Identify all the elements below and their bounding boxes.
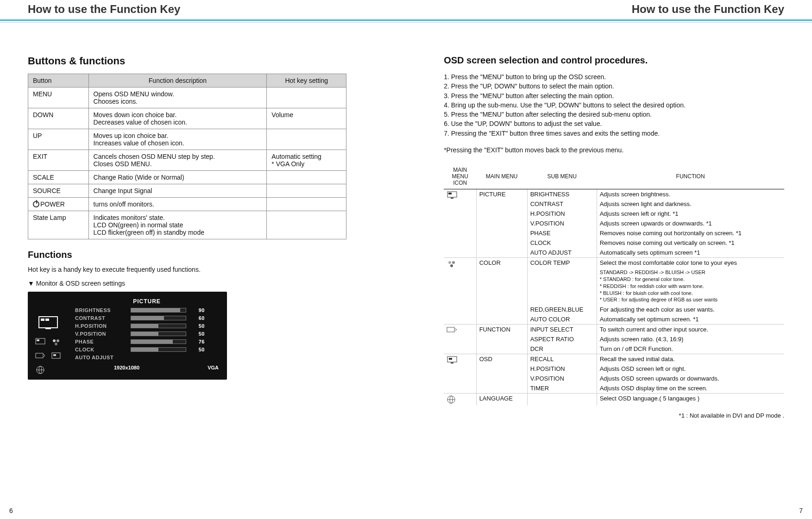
main-menu-cell: LANGUAGE	[476, 394, 527, 406]
color-dots-icon	[444, 258, 476, 325]
function-cell: Select OSD language.( 5 langauges )	[597, 394, 784, 406]
procedure-step: 7. Pressing the "EXIT" button three time…	[444, 129, 784, 138]
sub-menu-cell: H.POSITION	[527, 209, 597, 219]
procedure-step: 6. Use the "UP, DOWN" buttons to adjust …	[444, 119, 784, 128]
grey-divider	[0, 22, 812, 23]
main-menu-cell: COLOR	[476, 258, 527, 325]
mh-main: MAIN MENU	[476, 164, 527, 189]
desc-cell: Moves up icon choice bar.Increases value…	[88, 129, 267, 150]
hot-cell	[267, 171, 346, 184]
svg-rect-16	[448, 193, 452, 194]
th-desc: Function description	[88, 74, 267, 88]
button-cell: DOWN	[28, 108, 89, 129]
osd-slider-bar	[131, 316, 186, 320]
osd-auto-adjust-row: AUTO ADJUST	[75, 355, 219, 360]
svg-point-19	[452, 261, 455, 264]
function-cell: Automatically sets optimum screen *1	[597, 248, 784, 258]
hot-cell	[267, 198, 346, 211]
osd-slider-label: V.POSITION	[75, 331, 126, 337]
osd-slider-row: BRIGHTNESS90	[75, 307, 219, 313]
osd-slider-fill	[131, 332, 158, 336]
procedure-step: 4. Bring up the sub-menu. Use the "UP, D…	[444, 100, 784, 110]
button-cell: SCALE	[28, 171, 89, 184]
procedure-step: 5. Press the "MENU" button after selecti…	[444, 110, 784, 119]
globe-icon	[444, 394, 476, 406]
svg-rect-23	[449, 358, 452, 360]
function-cell: Adjusts OSD screen left or right.	[597, 364, 784, 374]
sub-menu-cell	[527, 394, 597, 406]
desc-cell: Change Ratio (Wide or Normal)	[88, 171, 267, 184]
hot-cell	[267, 211, 346, 239]
button-cell: EXIT	[28, 150, 89, 171]
mh-icon: MAIN MENU ICON	[444, 164, 476, 189]
svg-point-8	[55, 343, 57, 345]
svg-rect-1	[41, 319, 44, 321]
sub-menu-cell: PHASE	[527, 228, 597, 238]
sub-menu-cell: CONTRAST	[527, 199, 597, 209]
svg-point-6	[53, 339, 56, 342]
hot-cell	[267, 184, 346, 198]
osd-slider-row: PHASE76	[75, 339, 219, 344]
cyan-divider	[0, 19, 812, 21]
svg-rect-0	[39, 317, 57, 328]
osd-slider-value: 90	[191, 307, 205, 313]
left-page: Buttons & functions Button Function desc…	[28, 55, 384, 419]
function-cell: Adjusts screen upwards or downwards. *1	[597, 219, 784, 228]
osd-slider-label: CLOCK	[75, 347, 126, 352]
desc-cell: Change Input Signal	[88, 184, 267, 198]
osd-slider-value: 50	[191, 331, 205, 337]
desc-cell: Moves down icon choice bar.Decreases val…	[88, 108, 267, 129]
mini-globe-icon	[34, 365, 46, 375]
hot-cell	[267, 129, 346, 150]
sub-menu-cell: TIMER	[527, 383, 597, 394]
osd-slider-bar	[131, 324, 186, 328]
hot-cell	[267, 88, 346, 108]
button-cell: POWER	[28, 198, 89, 211]
osd-side-icons	[34, 298, 67, 375]
osd-slider-fill	[131, 340, 173, 344]
svg-rect-9	[36, 353, 43, 358]
button-cell: SOURCE	[28, 184, 89, 198]
osd-source: VGA	[208, 365, 219, 370]
function-icon	[444, 325, 476, 354]
header-left-title: How to use the Function Key	[28, 3, 180, 16]
mini-osd-icon	[50, 351, 62, 361]
color-temp-detail: STANDARD -> REDDISH -> BLUISH -> USER* S…	[597, 268, 784, 305]
th-hot: Hot key setting	[267, 74, 346, 88]
sub-menu-cell: ASPECT RATIO	[527, 334, 597, 344]
osd-auto-adjust-label: AUTO ADJUST	[75, 355, 126, 360]
table-row: DOWNMoves down icon choice bar.Decreases…	[28, 108, 346, 129]
button-cell: State Lamp	[28, 211, 89, 239]
function-cell: Adjusts screen brightness.	[597, 189, 784, 200]
procedures-heading: OSD screen selection and control procedu…	[444, 55, 784, 66]
osd-slider-row: CONTRAST60	[75, 315, 219, 321]
menu-table: MAIN MENU ICON MAIN MENU SUB MENU FUNCTI…	[444, 164, 784, 406]
osd-bottom-bar: 1920x1080 VGA	[75, 365, 219, 370]
header-right-title: How to use the Function Key	[632, 3, 784, 16]
menu-row: LANGUAGESelect OSD language.( 5 langauge…	[444, 394, 784, 406]
mini-monitor-icon	[34, 337, 46, 347]
osd-slider-bar	[131, 339, 186, 344]
function-cell: Removes noise coming out horizontally on…	[597, 228, 784, 238]
osd-slider-value: 50	[191, 323, 205, 329]
sub-menu-cell: V.POSITION	[527, 219, 597, 228]
function-cell: Turn on / off DCR Function.	[597, 344, 784, 354]
table-row: POWERturns on/off monitors.	[28, 198, 346, 211]
osd-slider-label: PHASE	[75, 339, 126, 344]
sub-menu-cell: RED,GREEN,BLUE	[527, 305, 597, 314]
osd-slider-fill	[131, 324, 158, 328]
svg-rect-5	[37, 339, 39, 341]
buttons-functions-heading: Buttons & functions	[28, 55, 346, 67]
sub-menu-cell: AUTO COLOR	[527, 314, 597, 325]
osd-slider-fill	[131, 348, 158, 351]
osd-slider-label: CONTRAST	[75, 315, 126, 321]
desc-cell: Indicates monitors' state.LCD ON(green) …	[88, 211, 267, 239]
table-row: State LampIndicates monitors' state.LCD …	[28, 211, 346, 239]
osd-slider-value: 60	[191, 315, 205, 321]
monitor-icon	[444, 189, 476, 258]
function-cell: Adjusts screen light and darkness.	[597, 199, 784, 209]
buttons-table: Button Function description Hot key sett…	[28, 74, 346, 239]
svg-point-20	[450, 264, 453, 267]
button-cell: MENU	[28, 88, 89, 108]
osd-title: PICTURE	[75, 298, 219, 305]
